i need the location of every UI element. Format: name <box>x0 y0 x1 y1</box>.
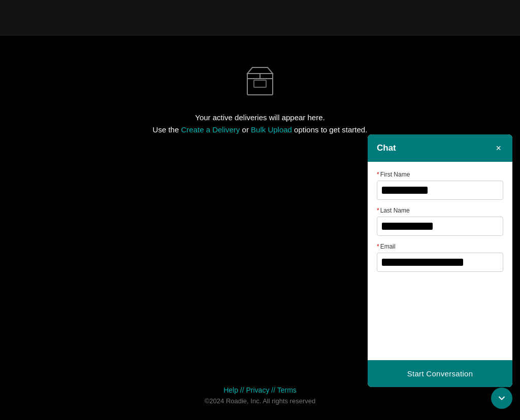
first-name-required-star: * <box>377 171 379 178</box>
help-link[interactable]: Help <box>223 386 238 394</box>
privacy-link[interactable]: Privacy <box>246 386 270 394</box>
scroll-down-button[interactable] <box>491 388 512 409</box>
last-name-input[interactable] <box>377 217 503 236</box>
box-icon <box>240 61 280 101</box>
chat-body: *First Name *Last Name *Email <box>368 162 512 272</box>
email-required-star: * <box>377 243 379 250</box>
svg-rect-1 <box>254 80 266 87</box>
chat-panel: Chat × *First Name *Last Name <box>368 134 512 387</box>
last-name-input-wrapper <box>377 217 503 236</box>
first-name-input-wrapper <box>377 181 503 200</box>
footer-copyright: ©2024 Roadie, Inc. All rights reserved <box>0 397 520 405</box>
chat-footer: Start Conversation <box>368 360 512 387</box>
email-input[interactable] <box>377 253 503 272</box>
first-name-group: *First Name <box>377 171 503 200</box>
email-input-wrapper <box>377 253 503 272</box>
last-name-label: *Last Name <box>377 207 503 214</box>
create-delivery-link[interactable]: Create a Delivery <box>181 125 240 134</box>
main-content: Your active deliveries will appear here.… <box>0 36 520 136</box>
chat-close-button[interactable]: × <box>494 143 503 154</box>
email-label: *Email <box>377 243 503 250</box>
footer-links: Help // Privacy // Terms <box>0 386 520 394</box>
chat-spacer <box>368 279 512 360</box>
terms-link[interactable]: Terms <box>277 386 297 394</box>
first-name-label: *First Name <box>377 171 503 178</box>
last-name-group: *Last Name <box>377 207 503 236</box>
chevron-down-icon <box>497 394 506 403</box>
footer: Help // Privacy // Terms ©2024 Roadie, I… <box>0 386 520 405</box>
header-bar <box>0 0 520 36</box>
last-name-required-star: * <box>377 207 379 214</box>
chat-header: Chat × <box>368 134 512 162</box>
start-conversation-button[interactable]: Start Conversation <box>368 360 512 387</box>
bulk-upload-link[interactable]: Bulk Upload <box>251 125 292 134</box>
empty-state-text: Your active deliveries will appear here.… <box>153 112 368 136</box>
chat-title: Chat <box>377 143 396 153</box>
email-group: *Email <box>377 243 503 272</box>
first-name-input[interactable] <box>377 181 503 200</box>
